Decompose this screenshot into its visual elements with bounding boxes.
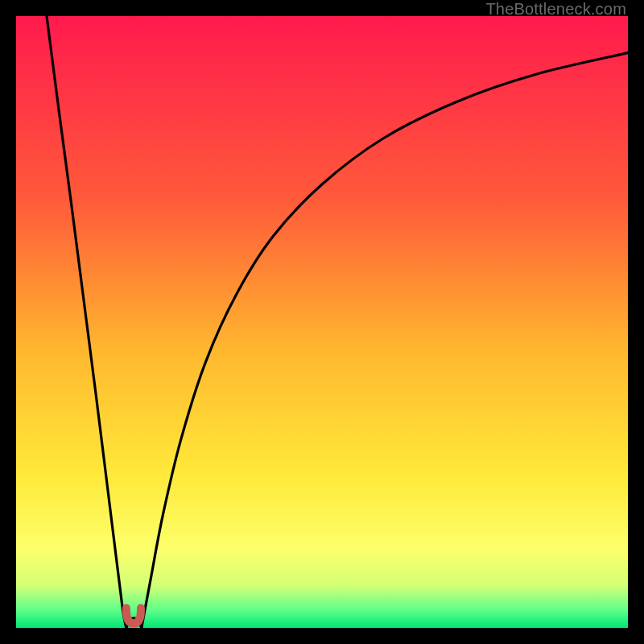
chart-frame: TheBottleneck.com	[0, 0, 644, 644]
plot-area	[16, 16, 628, 628]
trough-marker	[126, 608, 141, 623]
curve-left-branch	[47, 16, 126, 628]
curve-right-branch	[142, 53, 628, 628]
bottleneck-curve	[16, 16, 628, 628]
watermark-text: TheBottleneck.com	[485, 0, 626, 19]
